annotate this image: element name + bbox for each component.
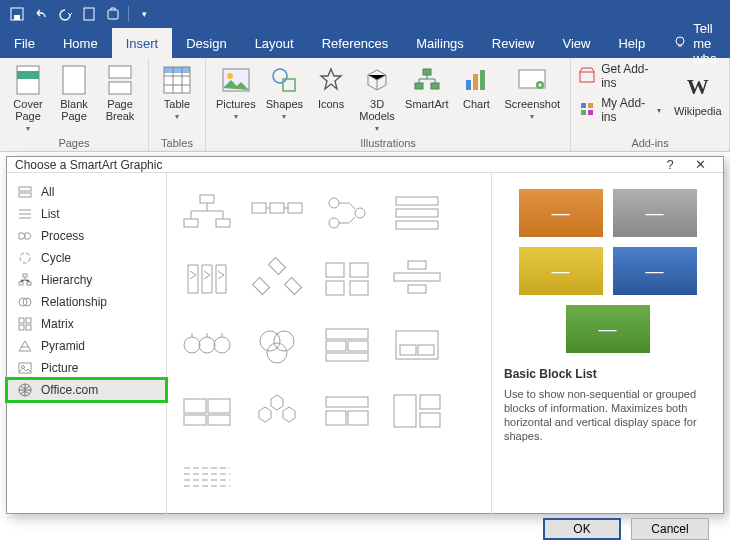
icons-icon — [318, 64, 344, 96]
svg-rect-27 — [581, 110, 586, 115]
svg-point-67 — [199, 337, 215, 353]
svg-rect-55 — [396, 221, 438, 229]
chart-button[interactable]: Chart — [456, 62, 496, 133]
help-button[interactable]: ? — [655, 157, 685, 172]
category-matrix[interactable]: Matrix — [7, 313, 166, 335]
tab-insert[interactable]: Insert — [112, 28, 173, 58]
cover-page-icon — [16, 64, 40, 96]
group-label-tables: Tables — [157, 135, 197, 149]
svg-rect-1 — [14, 15, 20, 20]
gallery-thumb[interactable] — [175, 449, 239, 505]
page-break-button[interactable]: Page Break — [100, 62, 140, 133]
gallery-thumb[interactable] — [385, 185, 449, 241]
icons-button[interactable]: Icons — [311, 62, 351, 133]
qat-customize-icon[interactable]: ▾ — [133, 3, 155, 25]
category-office-com[interactable]: Office.com — [7, 379, 166, 401]
screenshot-icon — [518, 64, 546, 96]
my-addins-button[interactable]: My Add-ins ▾ — [579, 96, 660, 124]
picture-icon — [17, 360, 33, 376]
addins-icon — [579, 101, 595, 120]
3d-models-button[interactable]: 3D Models▾ — [357, 62, 397, 133]
undo-icon[interactable] — [30, 3, 52, 25]
gallery-thumb[interactable] — [385, 251, 449, 307]
svg-rect-3 — [108, 10, 118, 19]
new-doc-icon[interactable] — [78, 3, 100, 25]
svg-rect-19 — [466, 80, 471, 90]
category-process[interactable]: Process — [7, 225, 166, 247]
gallery-thumb[interactable] — [175, 185, 239, 241]
svg-rect-56 — [269, 258, 286, 275]
svg-rect-17 — [415, 83, 423, 89]
tab-help[interactable]: Help — [604, 28, 659, 58]
category-hierarchy[interactable]: Hierarchy — [7, 269, 166, 291]
pictures-button[interactable]: Pictures▾ — [214, 62, 258, 133]
redo-icon[interactable] — [54, 3, 76, 25]
category-cycle[interactable]: Cycle — [7, 247, 166, 269]
gallery-thumb[interactable] — [175, 317, 239, 373]
tab-home[interactable]: Home — [49, 28, 112, 58]
gallery-thumb[interactable] — [385, 317, 449, 373]
cover-page-button[interactable]: Cover Page▾ — [8, 62, 48, 133]
all-icon — [17, 184, 33, 200]
tab-view[interactable]: View — [548, 28, 604, 58]
tell-me[interactable]: Tell me wha — [659, 28, 730, 58]
svg-rect-11 — [164, 67, 190, 73]
screenshot-button[interactable]: Screenshot▾ — [502, 62, 562, 133]
svg-rect-60 — [350, 263, 368, 277]
save-icon[interactable] — [6, 3, 28, 25]
gallery-thumb[interactable] — [315, 185, 379, 241]
svg-point-13 — [227, 73, 233, 79]
svg-point-31 — [20, 253, 30, 263]
get-addins-button[interactable]: Get Add-ins — [579, 62, 660, 90]
preview-block: — — [519, 247, 603, 295]
hierarchy-icon — [17, 272, 33, 288]
gallery-thumb[interactable] — [315, 251, 379, 307]
svg-rect-7 — [63, 66, 85, 94]
gallery-thumb[interactable] — [175, 251, 239, 307]
svg-rect-73 — [326, 341, 346, 351]
cancel-button[interactable]: Cancel — [631, 518, 709, 540]
blank-page-button[interactable]: Blank Page — [54, 62, 94, 133]
gallery-thumb[interactable] — [245, 251, 309, 307]
attach-icon[interactable] — [102, 3, 124, 25]
tab-references[interactable]: References — [308, 28, 402, 58]
svg-rect-79 — [184, 399, 206, 413]
tab-layout[interactable]: Layout — [241, 28, 308, 58]
svg-rect-2 — [84, 8, 94, 20]
store-icon — [579, 67, 595, 86]
svg-rect-24 — [580, 72, 594, 82]
smartart-button[interactable]: SmartArt — [403, 62, 450, 133]
svg-rect-88 — [420, 413, 440, 427]
shapes-button[interactable]: Shapes▾ — [264, 62, 305, 133]
table-button[interactable]: Table▾ — [157, 62, 197, 121]
svg-rect-44 — [200, 195, 214, 203]
gallery-thumb[interactable] — [245, 383, 309, 439]
close-button[interactable]: ✕ — [685, 157, 715, 172]
gallery-thumb[interactable] — [315, 317, 379, 373]
wikipedia-button[interactable]: W Wikipedia — [675, 69, 721, 117]
svg-rect-18 — [431, 83, 439, 89]
tab-file[interactable]: File — [0, 28, 49, 58]
gallery-thumb[interactable] — [175, 383, 239, 439]
gallery-thumb[interactable] — [385, 383, 449, 439]
svg-rect-61 — [326, 281, 344, 295]
svg-rect-85 — [348, 411, 368, 425]
svg-rect-45 — [184, 219, 198, 227]
process-icon — [17, 228, 33, 244]
tab-mailings[interactable]: Mailings — [402, 28, 478, 58]
svg-rect-39 — [19, 325, 24, 330]
category-picture[interactable]: Picture — [7, 357, 166, 379]
gallery-thumb[interactable] — [245, 317, 309, 373]
gallery-thumb[interactable] — [245, 185, 309, 241]
svg-point-14 — [273, 69, 287, 83]
category-pyramid[interactable]: Pyramid — [7, 335, 166, 357]
tab-review[interactable]: Review — [478, 28, 549, 58]
category-list[interactable]: List — [7, 203, 166, 225]
page-break-icon — [108, 64, 132, 96]
svg-rect-33 — [19, 282, 23, 285]
gallery-thumb[interactable] — [315, 383, 379, 439]
category-all[interactable]: All — [7, 181, 166, 203]
ok-button[interactable]: OK — [543, 518, 621, 540]
category-relationship[interactable]: Relationship — [7, 291, 166, 313]
tab-design[interactable]: Design — [172, 28, 240, 58]
